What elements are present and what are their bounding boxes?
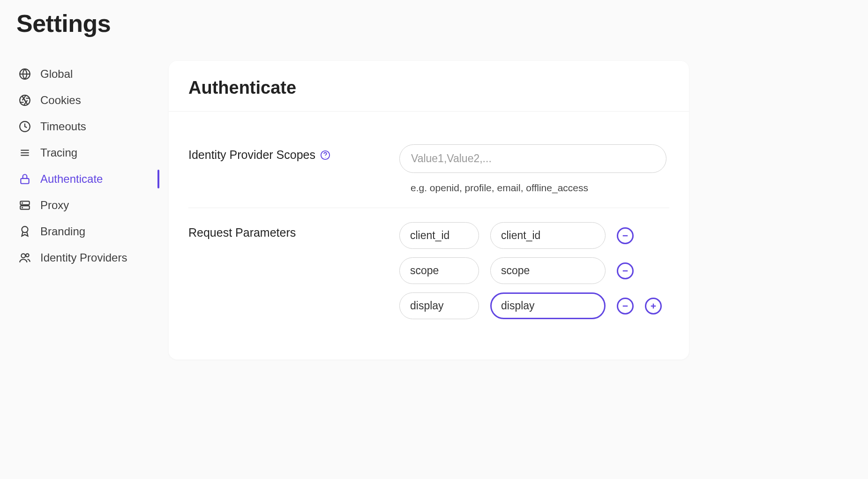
scopes-row: Identity Provider Scopes e.g. openid, pr… bbox=[188, 130, 669, 208]
scopes-hint: e.g. openid, profile, email, offline_acc… bbox=[411, 182, 669, 194]
svg-point-18 bbox=[22, 226, 28, 232]
card-title: Authenticate bbox=[188, 78, 669, 98]
param-value-input[interactable] bbox=[490, 257, 606, 284]
clock-icon bbox=[19, 120, 31, 133]
page-title: Settings bbox=[16, 9, 854, 37]
sidebar-item-timeouts[interactable]: Timeouts bbox=[14, 113, 159, 140]
globe-icon bbox=[19, 68, 31, 80]
svg-rect-13 bbox=[21, 179, 29, 184]
svg-point-19 bbox=[21, 254, 25, 258]
users-icon bbox=[19, 252, 31, 264]
authenticate-card: Authenticate Identity Provider Scopes e.… bbox=[169, 61, 689, 359]
params-label: Request Parameters bbox=[188, 226, 296, 240]
sidebar-item-label: Tracing bbox=[40, 146, 77, 159]
sidebar-item-label: Timeouts bbox=[40, 120, 86, 133]
remove-param-button[interactable] bbox=[617, 227, 634, 244]
help-icon[interactable] bbox=[320, 150, 330, 160]
sidebar-item-label: Cookies bbox=[40, 94, 81, 107]
param-key-input[interactable] bbox=[399, 257, 479, 284]
param-key-input[interactable] bbox=[399, 292, 479, 319]
param-row bbox=[399, 292, 669, 319]
param-rows bbox=[399, 222, 669, 319]
add-param-button[interactable] bbox=[645, 298, 662, 314]
card-header: Authenticate bbox=[169, 61, 689, 112]
sidebar-item-identity-providers[interactable]: Identity Providers bbox=[14, 245, 159, 271]
svg-point-20 bbox=[26, 254, 29, 257]
sidebar-item-label: Identity Providers bbox=[40, 251, 127, 264]
server-icon bbox=[19, 199, 31, 211]
scopes-input[interactable] bbox=[399, 144, 666, 173]
param-key-input[interactable] bbox=[399, 222, 479, 249]
remove-param-button[interactable] bbox=[617, 298, 634, 314]
param-row bbox=[399, 257, 669, 284]
sidebar-item-tracing[interactable]: Tracing bbox=[14, 140, 159, 166]
param-value-input[interactable] bbox=[490, 222, 606, 249]
sidebar-item-branding[interactable]: Branding bbox=[14, 218, 159, 245]
params-row: Request Parameters bbox=[188, 208, 669, 333]
award-icon bbox=[19, 225, 31, 238]
svg-point-17 bbox=[22, 207, 22, 208]
sidebar-item-proxy[interactable]: Proxy bbox=[14, 192, 159, 218]
remove-param-button[interactable] bbox=[617, 262, 634, 279]
settings-sidebar: Global Cookies Timeouts Tracing bbox=[14, 61, 159, 359]
param-row bbox=[399, 222, 669, 249]
lock-icon bbox=[19, 173, 31, 185]
svg-point-16 bbox=[22, 203, 22, 203]
scopes-label: Identity Provider Scopes bbox=[188, 148, 315, 162]
sidebar-item-label: Proxy bbox=[40, 199, 69, 212]
lines-icon bbox=[19, 147, 31, 159]
sidebar-item-global[interactable]: Global bbox=[14, 61, 159, 87]
sidebar-item-authenticate[interactable]: Authenticate bbox=[14, 166, 159, 192]
sidebar-item-label: Branding bbox=[40, 225, 85, 238]
sidebar-item-cookies[interactable]: Cookies bbox=[14, 87, 159, 113]
param-value-input[interactable] bbox=[490, 292, 606, 319]
aperture-icon bbox=[19, 94, 31, 106]
sidebar-item-label: Global bbox=[40, 67, 73, 81]
sidebar-item-label: Authenticate bbox=[40, 172, 103, 186]
